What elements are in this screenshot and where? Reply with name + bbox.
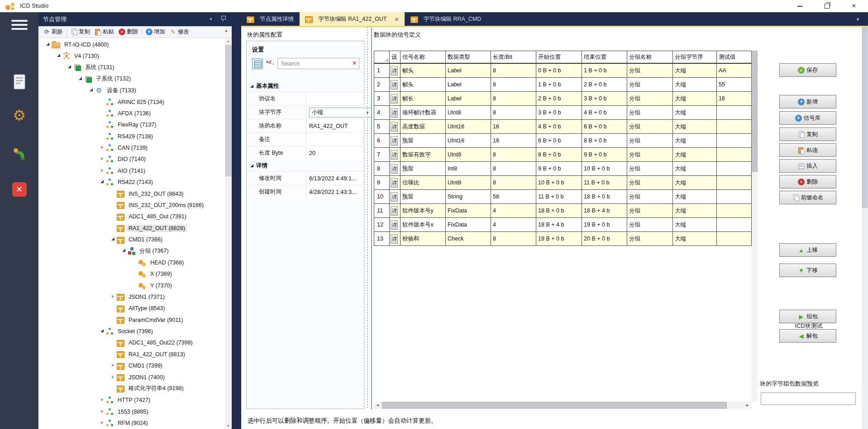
end-position-cell[interactable]: 8 B + 0 b xyxy=(582,134,627,148)
group-name-cell[interactable]: 分组 xyxy=(627,92,673,106)
column-header[interactable] xyxy=(374,51,390,64)
tree-item[interactable]: 子系统 (7132) xyxy=(38,73,225,85)
test-value-cell[interactable] xyxy=(717,204,752,218)
tree-item[interactable]: FlexRay (7137) xyxy=(38,119,225,131)
tree-item[interactable]: Socket (7396) xyxy=(38,325,225,337)
tree-item[interactable]: ARINC 825 (7134) xyxy=(38,96,225,108)
signal-name-cell[interactable]: 帧头 xyxy=(401,64,446,78)
insert-button[interactable]: 插入 xyxy=(779,159,836,173)
group-endianness-cell[interactable]: 大端 xyxy=(673,134,717,148)
end-position-cell[interactable]: 18 B + 4 b xyxy=(582,204,627,218)
length-bit-cell[interactable]: 56 xyxy=(491,190,536,204)
row-detail-button[interactable]: 详 xyxy=(391,122,398,132)
start-position-cell[interactable]: 4 B + 0 b xyxy=(536,120,582,134)
pack-preview-input[interactable] xyxy=(761,392,856,405)
group-endianness-cell[interactable]: 大端 xyxy=(673,232,717,246)
start-position-cell[interactable]: 8 B + 0 b xyxy=(536,148,582,162)
row-number[interactable]: 1 xyxy=(374,64,390,78)
signal-name-cell[interactable]: 预留 xyxy=(401,134,446,148)
row-detail-button[interactable]: 详 xyxy=(391,136,398,146)
test-value-cell[interactable] xyxy=(717,232,752,246)
property-group-header[interactable]: 基本属性 xyxy=(247,80,363,92)
expander-icon[interactable] xyxy=(100,169,106,173)
start-position-cell[interactable]: 0 B + 0 b xyxy=(536,64,582,78)
group-endianness-cell[interactable]: 大端 xyxy=(673,64,717,78)
search-input[interactable] xyxy=(277,58,359,69)
tools-icon[interactable] xyxy=(0,146,38,164)
expander-icon[interactable] xyxy=(56,54,62,58)
start-position-cell[interactable]: 10 B + 0 b xyxy=(536,176,582,190)
row-number[interactable]: 7 xyxy=(374,148,390,162)
expander-icon[interactable] xyxy=(100,157,106,161)
group-name-cell[interactable]: 分组 xyxy=(627,148,673,162)
expander-icon[interactable] xyxy=(110,237,117,242)
expander-icon[interactable] xyxy=(100,421,106,425)
chevron-down-icon[interactable]: ▼ xyxy=(209,17,213,21)
signal-name-cell[interactable]: 帧长 xyxy=(401,92,446,106)
row-detail-button[interactable]: 详 xyxy=(391,94,398,104)
tree-item[interactable]: CMD1 (7399) xyxy=(38,360,225,372)
tree-item[interactable]: ⚙设备 (7133) xyxy=(38,85,225,96)
pack-button[interactable]: ▶组包 xyxy=(779,310,836,323)
group-name-cell[interactable]: 分组 xyxy=(627,218,673,232)
length-bit-cell[interactable]: 8 xyxy=(491,106,536,120)
row-number[interactable]: 10 xyxy=(374,190,390,204)
scrollbar-thumb[interactable] xyxy=(752,51,758,172)
data-type-cell[interactable]: FixData xyxy=(446,218,491,232)
signal-name-cell[interactable]: 预留 xyxy=(401,162,446,176)
row-detail-button[interactable]: 详 xyxy=(391,80,398,90)
expander-icon[interactable] xyxy=(121,249,128,253)
signal-name-cell[interactable]: 软件版本号x xyxy=(401,218,446,232)
tree-item[interactable]: INS_232_OUT_200ms (9166) xyxy=(38,199,225,211)
row-detail-button[interactable]: 详 xyxy=(391,164,398,174)
row-number[interactable]: 12 xyxy=(374,218,390,232)
tree-item[interactable]: HTTP (7427) xyxy=(38,395,225,406)
tab-byte-block-edit-rra-cmd[interactable]: 字节块编辑 RRA_CMD xyxy=(405,12,487,26)
tree-item[interactable]: AIO (7141) xyxy=(38,165,225,176)
test-value-cell[interactable] xyxy=(717,218,752,232)
test-value-cell[interactable] xyxy=(717,176,752,190)
delete-button[interactable]: ✕删除 xyxy=(116,27,140,37)
row-detail-button[interactable]: 详 xyxy=(391,220,398,230)
delete-signal-button[interactable]: ✕删除 xyxy=(779,175,836,189)
start-position-cell[interactable]: 19 B + 0 b xyxy=(536,232,582,246)
row-detail-button[interactable]: 详 xyxy=(391,192,398,202)
group-name-cell[interactable]: 分组 xyxy=(627,106,673,120)
length-bit-cell[interactable]: 8 xyxy=(491,232,536,246)
signal-name-cell[interactable]: 校验和 xyxy=(401,232,446,246)
property-group-header[interactable]: 详情 xyxy=(247,160,363,171)
end-position-cell[interactable]: 9 B + 0 b xyxy=(582,148,627,162)
panel-splitter[interactable] xyxy=(366,27,368,410)
table-horizontal-scrollbar[interactable]: ◄ ► xyxy=(374,401,751,409)
tree-item[interactable]: RS429 (7138) xyxy=(38,131,225,142)
group-name-cell[interactable]: 分组 xyxy=(627,120,673,134)
row-detail-button[interactable]: 详 xyxy=(391,234,398,244)
row-number[interactable]: 2 xyxy=(374,78,390,92)
data-type-cell[interactable]: UInt8 xyxy=(446,176,491,190)
group-endianness-cell[interactable]: 大端 xyxy=(673,204,717,218)
tree-item[interactable]: CMD1 (7366) xyxy=(38,234,225,245)
expander-icon[interactable] xyxy=(100,329,106,334)
data-type-cell[interactable]: Check xyxy=(446,232,491,246)
tree-item[interactable]: AFDX (7136) xyxy=(38,108,225,119)
tree-item[interactable]: 系统 (7131) xyxy=(38,62,225,73)
test-value-cell[interactable] xyxy=(717,162,752,176)
group-name-cell[interactable]: 分组 xyxy=(627,176,673,190)
tree-item[interactable]: RA1_422_OUT (8828) xyxy=(38,222,225,234)
tree-item[interactable]: RFM (9024) xyxy=(38,417,225,429)
tree-scrollbar[interactable]: ▲ ▼ xyxy=(225,38,232,429)
group-endianness-cell[interactable]: 大端 xyxy=(673,162,717,176)
tree-item[interactable]: V4 (7130) xyxy=(38,50,225,61)
group-endianness-cell[interactable]: 大端 xyxy=(673,148,717,162)
tree-item[interactable]: JSON1 (7400) xyxy=(38,372,225,383)
scrollbar-thumb[interactable] xyxy=(225,45,231,176)
alphabetical-sort-button[interactable]: AZ↓ xyxy=(265,58,276,69)
signal-library-button[interactable]: +信号库 xyxy=(779,111,836,125)
scrollbar-thumb[interactable] xyxy=(862,27,868,208)
row-detail-button[interactable]: 详 xyxy=(391,206,398,216)
data-type-cell[interactable]: String xyxy=(446,190,491,204)
tree-item[interactable]: CAN (7139) xyxy=(38,142,225,153)
tree-item[interactable]: X (7369) xyxy=(38,269,225,280)
end-position-cell[interactable]: 1 B + 0 b xyxy=(582,64,627,78)
test-value-cell[interactable]: AA xyxy=(717,64,752,78)
